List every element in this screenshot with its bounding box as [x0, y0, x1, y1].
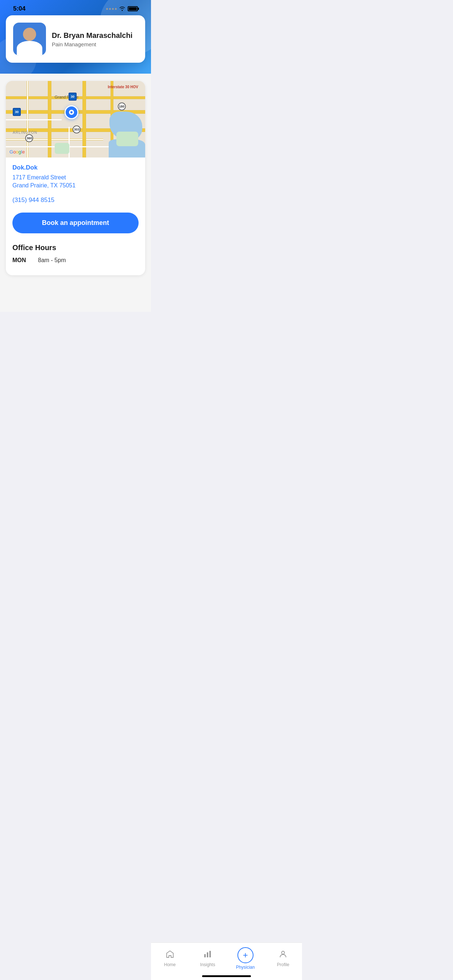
business-name[interactable]: Dok.Dok	[13, 164, 139, 171]
avatar-body	[17, 41, 42, 56]
highway-badge-30-center: 30	[69, 92, 77, 100]
avatar-person	[13, 22, 46, 56]
signal-dot-1	[106, 8, 108, 10]
map-pin	[65, 105, 78, 119]
interstate-sign-30: 30	[13, 108, 21, 116]
highway-badge-180: 180	[118, 102, 126, 110]
pin-outer	[65, 105, 78, 119]
hours-time-mon: 8am - 5pm	[38, 257, 65, 264]
hours-day-mon: MON	[13, 257, 30, 264]
state-sign-360: 360	[25, 134, 33, 142]
hours-row-mon: MON 8am - 5pm	[13, 257, 139, 264]
office-hours-title: Office Hours	[13, 243, 139, 252]
map-card[interactable]: Grand Prairie Arlington Interstate 30 HO…	[6, 81, 145, 275]
pin-inner	[69, 110, 74, 115]
doctor-name: Dr. Bryan Maraschalchi	[52, 31, 138, 40]
doctor-specialty: Pain Management	[52, 41, 138, 48]
status-time: 5:04	[13, 5, 26, 13]
map-background: Grand Prairie Arlington Interstate 30 HO…	[6, 81, 145, 158]
google-logo: Google	[10, 149, 25, 154]
address-line1: 1717 Emerald Street	[13, 174, 66, 180]
avatar-head	[23, 28, 36, 41]
signal-dot-4	[115, 8, 117, 10]
location-address: 1717 Emerald Street Grand Prairie, TX 75…	[13, 173, 139, 190]
location-info: Dok.Dok 1717 Emerald Street Grand Prairi…	[6, 158, 145, 275]
status-bar: 5:04	[6, 0, 145, 15]
signal-dot-2	[109, 8, 111, 10]
doctor-card: Dr. Bryan Maraschalchi Pain Management	[6, 15, 145, 63]
address-line2: Grand Prairie, TX 75051	[13, 182, 75, 188]
main-content: Grand Prairie Arlington Interstate 30 HO…	[0, 74, 151, 312]
status-icons	[106, 6, 138, 12]
book-appointment-button[interactable]: Book an appointment	[13, 213, 139, 233]
pin-dot	[70, 111, 73, 113]
state-sign-180: 180	[118, 102, 126, 110]
state-sign-303: 303	[73, 126, 81, 134]
highway-badge-303: 303	[73, 126, 81, 134]
highway-badge-360: 360	[25, 134, 33, 142]
signal-dot-3	[112, 8, 114, 10]
doctor-info: Dr. Bryan Maraschalchi Pain Management	[52, 31, 138, 48]
interstate-label: Interstate 30 HOV	[108, 85, 138, 89]
highway-badge-30-left: 30	[13, 108, 21, 116]
battery-icon	[128, 6, 138, 11]
doctor-avatar	[13, 22, 46, 56]
location-phone[interactable]: (315) 944 8515	[13, 197, 139, 204]
interstate-sign-30b: 30	[69, 92, 77, 100]
wifi-icon	[119, 6, 126, 12]
map-container[interactable]: Grand Prairie Arlington Interstate 30 HO…	[6, 81, 145, 158]
signal-dots	[106, 8, 117, 10]
